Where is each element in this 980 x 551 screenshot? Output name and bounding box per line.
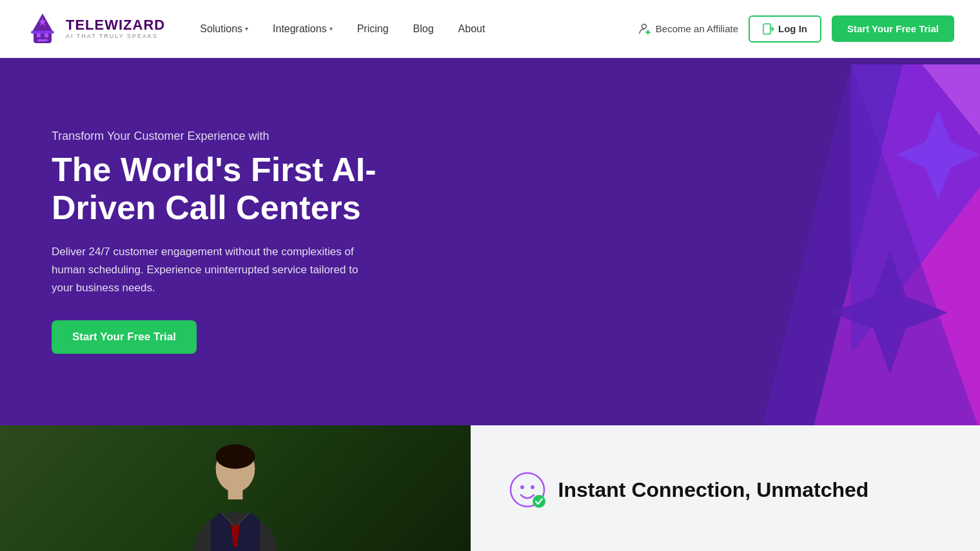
logo-text-block: TELEWIZARD AI THAT TRULY SPEAKS [66,18,165,39]
brand-tagline: AI THAT TRULY SPEAKS [66,34,165,39]
hero-title: The World's First AI-Driven Call Centers [52,151,451,228]
svg-point-18 [531,485,534,489]
svg-point-19 [533,495,545,508]
nav-link-solutions[interactable]: Solutions ▾ [191,18,257,40]
bottom-right-section: Instant Connection, Unmatched [471,425,980,551]
nav-left: TELEWIZARD AI THAT TRULY SPEAKS Solution… [26,12,494,46]
instant-connection-title: Instant Connection, Unmatched [558,478,869,502]
hero-content: Transform Your Customer Experience with … [52,130,451,354]
nav-right: Become an Affiliate Log In Start Your Fr… [639,15,954,43]
hero-description: Deliver 24/7 customer engagement without… [52,243,368,297]
hero-trial-button[interactable]: Start Your Free Trial [52,320,197,354]
nav-item-about: About [449,18,495,40]
chevron-down-icon: ▾ [329,25,333,32]
person-silhouette [177,438,293,551]
affiliate-link[interactable]: Become an Affiliate [639,23,738,35]
nav-link-pricing[interactable]: Pricing [348,18,398,40]
nav-link-blog[interactable]: Blog [404,18,443,40]
nav-item-solutions: Solutions ▾ [191,18,257,40]
nav-item-integrations: Integrations ▾ [264,18,342,40]
hero-graphic-svg [567,58,980,425]
svg-point-15 [215,445,255,469]
nav-links: Solutions ▾ Integrations ▾ Pricing Blog [191,18,494,40]
login-label: Log In [778,23,807,34]
svg-rect-3 [37,34,41,37]
hero-decorative-graphic [567,58,980,425]
svg-rect-14 [228,488,242,499]
brand-name: TELEWIZARD [66,18,165,32]
affiliate-label: Become an Affiliate [656,23,738,34]
logo-link[interactable]: TELEWIZARD AI THAT TRULY SPEAKS [26,12,165,46]
bottom-section: Instant Connection, Unmatched [0,425,980,551]
nav-link-about[interactable]: About [449,18,495,40]
bottom-image-section [0,425,471,551]
navbar: TELEWIZARD AI THAT TRULY SPEAKS Solution… [0,0,980,58]
affiliate-icon [639,23,652,35]
svg-point-7 [642,24,646,28]
nav-link-integrations[interactable]: Integrations ▾ [264,18,342,40]
svg-point-17 [520,485,524,489]
hero-pretitle: Transform Your Customer Experience with [52,130,451,143]
svg-rect-4 [44,34,48,37]
nav-item-blog: Blog [404,18,443,40]
svg-rect-6 [31,31,54,34]
person-photo-placeholder [0,425,471,551]
nav-item-pricing: Pricing [348,18,398,40]
nav-trial-button[interactable]: Start Your Free Trial [832,15,954,42]
login-button[interactable]: Log In [749,15,821,43]
connection-icon [509,472,545,508]
hero-section: Transform Your Customer Experience with … [0,58,980,425]
svg-rect-5 [37,39,48,41]
logo-icon [26,12,59,46]
chevron-down-icon: ▾ [245,25,248,32]
login-icon [763,23,774,35]
